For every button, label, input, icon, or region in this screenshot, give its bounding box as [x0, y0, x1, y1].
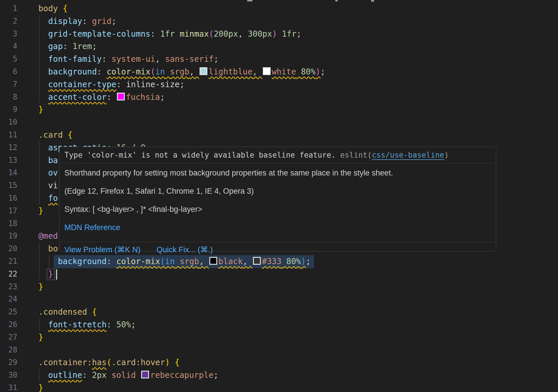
line-number: 16 — [0, 192, 17, 205]
hover-docs: Shorthand property for setting most back… — [59, 163, 496, 232]
line-number: 14 — [0, 167, 17, 179]
token: , — [238, 29, 248, 39]
token: ( — [160, 257, 165, 266]
color-swatch[interactable] — [263, 67, 271, 75]
token: , — [189, 67, 199, 76]
token: system-ui — [111, 54, 155, 64]
code-line[interactable]: 7 container-type: inline-size; — [0, 78, 558, 91]
color-swatch[interactable] — [253, 257, 261, 265]
code-line[interactable]: 28 — [0, 344, 558, 356]
code-line[interactable]: 29.container:has(.card:hover) { — [0, 356, 558, 369]
code-line[interactable]: 1body { — [0, 2, 558, 15]
token: ba — [48, 156, 58, 165]
code-line[interactable]: 23} — [0, 281, 558, 293]
code-line[interactable]: 26 font-stretch: 50%; — [0, 318, 558, 331]
line-number: 31 — [0, 382, 17, 392]
eslint-rule-link[interactable]: css/use-baseline — [372, 151, 444, 159]
color-swatch[interactable] — [117, 93, 125, 100]
token: ; — [131, 320, 136, 329]
token: lightblue — [209, 67, 252, 76]
token — [175, 257, 180, 266]
token — [63, 130, 68, 140]
diagnostic-text: Type 'color-mix' is not a widely availab… — [64, 151, 340, 159]
code-line[interactable]: 25.condensed { — [0, 306, 558, 318]
line-content: font-family: system-ui, sans-serif; — [17, 53, 219, 66]
line-content: ov — [17, 167, 58, 179]
code-line[interactable]: 8 accent-color: fuchsia; — [0, 91, 558, 104]
token — [38, 168, 48, 178]
token — [175, 29, 180, 39]
token: , — [252, 67, 262, 76]
line-number: 2 — [0, 15, 17, 28]
hover-actions: View Problem (⌘K N) Quick Fix... (⌘.) — [59, 242, 496, 257]
line-content: } — [17, 103, 43, 116]
token — [107, 370, 111, 380]
line-content: .container:has(.card:hover) { — [17, 356, 180, 369]
line-number: 24 — [0, 293, 17, 306]
token: { — [68, 130, 72, 140]
token: .card:hover — [111, 358, 165, 367]
line-content: } — [17, 331, 43, 344]
code-line[interactable]: 5 font-family: system-ui, sans-serif; — [0, 53, 558, 66]
token — [38, 67, 48, 76]
code-line[interactable]: 27} — [0, 331, 558, 344]
code-line[interactable]: 11.card { — [0, 129, 558, 141]
line-number: 26 — [0, 318, 17, 331]
quick-fix-action[interactable]: Quick Fix... (⌘.) — [157, 246, 213, 254]
line-content: vi — [17, 179, 58, 192]
token: outline — [48, 370, 82, 380]
line-content: outline: 2px solid rebeccapurple; — [17, 369, 218, 382]
color-swatch[interactable] — [200, 67, 207, 75]
token: vi — [48, 181, 58, 190]
token: sans-serif — [165, 54, 214, 64]
mdn-reference-link[interactable]: MDN Reference — [64, 223, 120, 232]
token: .container: — [38, 358, 92, 367]
token — [38, 257, 58, 266]
token: font-stretch — [48, 320, 107, 329]
token — [38, 42, 48, 51]
line-content: } — [17, 205, 43, 217]
clipped-line-fragment — [247, 0, 252, 1]
line-number: 25 — [0, 306, 17, 318]
code-line[interactable]: 3 grid-template-columns: 1fr minmax(200p… — [0, 28, 558, 40]
code-line[interactable]: 30 outline: 2px solid rebeccapurple; — [0, 369, 558, 382]
token: has — [92, 358, 107, 367]
token — [38, 143, 48, 152]
token: inline-size — [126, 80, 179, 89]
token: 1rem — [72, 42, 92, 51]
token: 2px — [92, 370, 107, 380]
code-line[interactable]: 22 } — [0, 268, 558, 281]
token: color-mix — [116, 257, 160, 266]
code-line[interactable]: 9} — [0, 103, 558, 116]
token — [170, 358, 175, 367]
line-number: 6 — [0, 66, 17, 78]
token: fuchsia — [126, 92, 160, 102]
token: minmax — [180, 29, 209, 39]
color-swatch[interactable] — [141, 371, 149, 378]
code-line[interactable]: 31} — [0, 382, 558, 392]
token — [38, 29, 48, 39]
token: .card — [38, 130, 63, 140]
code-line[interactable]: 10 — [0, 116, 558, 129]
line-content: @med — [17, 230, 58, 242]
token: ; — [306, 257, 311, 266]
line-number: 27 — [0, 331, 17, 344]
token — [38, 16, 48, 26]
token: } — [38, 333, 43, 342]
view-problem-action[interactable]: View Problem (⌘K N) — [64, 246, 141, 254]
token: @med — [38, 231, 58, 241]
token: : — [82, 16, 92, 26]
code-line[interactable]: 24 — [0, 293, 558, 306]
code-line[interactable]: 4 gap: 1rem; — [0, 40, 558, 53]
color-swatch[interactable] — [209, 257, 217, 265]
token — [87, 307, 92, 317]
code-line[interactable]: 6 background: color-mix(in srgb, lightbl… — [0, 66, 558, 78]
line-number: 15 — [0, 179, 17, 192]
line-number: 19 — [0, 230, 17, 242]
code-line[interactable]: 2 display: grid; — [0, 15, 558, 28]
line-content: font-stretch: 50%; — [17, 318, 136, 331]
token: } — [38, 206, 43, 216]
token: { — [63, 4, 68, 13]
token: fo — [48, 193, 58, 203]
line-number: 10 — [0, 116, 17, 129]
